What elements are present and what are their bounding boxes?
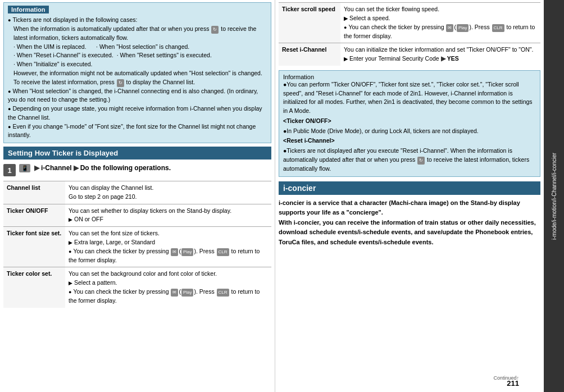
- desc-ticker-scroll: You can set the ticker flowing speed.Sel…: [340, 3, 540, 43]
- table-row-ticker-color: Ticker color set. You can set the backgr…: [3, 267, 271, 308]
- info-bullet-2: When "Host selection" is changed, the i-…: [8, 87, 267, 105]
- channel-icon: ↻: [117, 79, 124, 87]
- section-heading-left: Setting How Ticker is Displayed: [3, 147, 271, 159]
- info-bullet-3: Depending on your usage state, you might…: [8, 104, 267, 122]
- right-info-bullet-2: <Ticker ON/OFF>: [283, 117, 536, 126]
- iconcier-section: i-concier i-concier is a service that a …: [275, 179, 544, 250]
- clr-btn2: CLR: [217, 289, 229, 297]
- iconcier-body: i-concier is a service that a character …: [279, 198, 540, 248]
- table-row-ticker-scroll: Ticker scroll speed You can set the tick…: [279, 3, 540, 43]
- right-wrapper: Ticker scroll speed You can set the tick…: [275, 0, 564, 392]
- play-btn2: Play: [181, 289, 194, 297]
- i-channel-icon: 📱: [19, 164, 30, 172]
- refresh-icon2: ↻: [417, 157, 425, 165]
- table-row-ticker-onoff: Ticker ON/OFF You can set whether to dis…: [3, 204, 271, 227]
- play-btn: Play: [181, 248, 194, 256]
- step-1-row: 1 📱 ▶i-Channel▶Do the following operatio…: [3, 163, 271, 177]
- info-box-right: Information ●You can perform "Ticker ON/…: [279, 70, 540, 177]
- refresh-icon: ↻: [211, 26, 219, 34]
- info-title-right: Information: [283, 74, 536, 80]
- iconcier-heading: i-concier: [279, 181, 540, 195]
- info-bullets-right: ●You can perform "Ticker ON/OFF", "Ticke…: [283, 80, 536, 174]
- continued-label: Continued↑: [493, 375, 519, 381]
- desc-reset-ichannel: You can initialize the ticker informatio…: [340, 43, 540, 66]
- label-channel-list: Channel list: [3, 181, 65, 204]
- label-ticker-font: Ticker font size set.: [3, 227, 65, 267]
- label-ticker-color: Ticker color set.: [3, 267, 65, 308]
- right-table-area: Ticker scroll speed You can set the tick…: [275, 0, 544, 68]
- desc-ticker-font: You can set the font size of tickers.Ext…: [65, 227, 271, 267]
- function-table-right: Ticker scroll speed You can set the tick…: [279, 2, 540, 66]
- right-info-bullet-5: ●Tickers are not displayed after you exe…: [283, 147, 536, 174]
- clr-btn3: CLR: [492, 24, 504, 32]
- desc-channel-list: You can display the Channel list.Go to s…: [65, 181, 271, 204]
- table-row-reset-ichannel: Reset i-Channel You can initialize the t…: [279, 43, 540, 66]
- desc-ticker-color: You can set the background color and fon…: [65, 267, 271, 308]
- step-instruction: ▶i-Channel▶Do the following operations.: [33, 164, 171, 172]
- mail-icon2: ✉: [171, 289, 178, 297]
- right-content: Ticker scroll speed You can set the tick…: [275, 0, 544, 392]
- left-column: Information Tickers are not displayed in…: [0, 0, 275, 392]
- right-info-bullet-3: ●In Public Mode (Drive Mode), or during …: [283, 127, 536, 136]
- play-btn3: Play: [457, 24, 469, 32]
- info-bullet-4: Even if you change "i-mode" of "Font siz…: [8, 122, 267, 140]
- info-bullets-left: Tickers are not displayed in the followi…: [8, 16, 267, 140]
- sidebar-label: i-mode/i-motion/i-Channel/i-concier: [544, 0, 564, 392]
- label-reset-ichannel: Reset i-Channel: [279, 43, 340, 66]
- clr-btn: CLR: [217, 248, 229, 256]
- table-row-channel-list: Channel list You can display the Channel…: [3, 181, 271, 204]
- mail-icon: ✉: [171, 248, 178, 256]
- sidebar-label-text: i-mode/i-motion/i-Channel/i-concier: [551, 152, 558, 239]
- function-table-left: Channel list You can display the Channel…: [3, 181, 271, 308]
- table-row-ticker-font: Ticker font size set. You can set the fo…: [3, 227, 271, 267]
- info-box-left: Information Tickers are not displayed in…: [3, 2, 271, 143]
- mail-icon3: ✉: [446, 24, 453, 32]
- label-ticker-onoff: Ticker ON/OFF: [3, 204, 65, 227]
- desc-ticker-onoff: You can set whether to display tickers o…: [65, 204, 271, 227]
- right-info-bullet-1: ●You can perform "Ticker ON/OFF", "Ticke…: [283, 80, 536, 116]
- label-ticker-scroll: Ticker scroll speed: [279, 3, 340, 43]
- info-bullet-1: Tickers are not displayed in the followi…: [8, 16, 267, 87]
- right-info-bullet-4: <Reset i-Channel>: [283, 136, 536, 145]
- info-title-left: Information: [8, 6, 49, 13]
- step-number: 1: [3, 164, 16, 176]
